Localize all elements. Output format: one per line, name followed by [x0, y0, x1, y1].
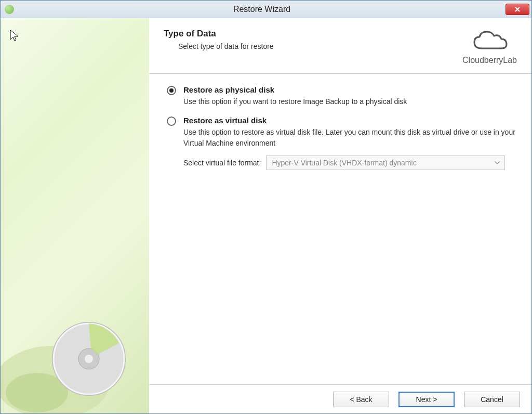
wizard-header: Type of Data Select type of data for res…	[149, 18, 531, 74]
svg-point-5	[85, 355, 93, 363]
format-select-value: Hyper-V Virtual Disk (VHDX-format) dynam…	[272, 159, 416, 167]
back-button[interactable]: < Back	[333, 392, 389, 407]
radio-virtual-disk[interactable]	[167, 117, 176, 126]
wizard-main: Type of Data Select type of data for res…	[149, 18, 531, 413]
format-row: Select virtual file format: Hyper-V Virt…	[183, 156, 516, 170]
app-icon	[5, 5, 14, 14]
page-subtitle: Select type of data for restore	[178, 42, 452, 50]
option-physical-disk[interactable]: Restore as physical disk Use this option…	[167, 85, 516, 107]
option-title-physical: Restore as physical disk	[183, 85, 516, 94]
next-button[interactable]: Next >	[398, 392, 455, 407]
radio-physical-disk[interactable]	[167, 86, 176, 95]
header-text: Type of Data Select type of data for res…	[164, 29, 452, 50]
wizard-footer: < Back Next > Cancel	[149, 384, 531, 413]
option-virtual-disk[interactable]: Restore as virtual disk Use this option …	[167, 116, 516, 170]
brand-label: CloudberryLab	[462, 56, 517, 65]
titlebar: Restore Wizard	[1, 1, 531, 18]
wizard-sidebar	[1, 18, 149, 413]
option-desc-physical: Use this option if you want to restore I…	[183, 96, 516, 107]
option-desc-virtual: Use this option to restore as virtual di…	[183, 127, 516, 148]
close-icon	[514, 6, 521, 12]
window-title: Restore Wizard	[18, 5, 506, 14]
wizard-content: Restore as physical disk Use this option…	[149, 74, 531, 384]
chevron-down-icon	[494, 161, 500, 165]
window-body: Type of Data Select type of data for res…	[1, 18, 531, 413]
format-label: Select virtual file format:	[183, 159, 261, 167]
cancel-button[interactable]: Cancel	[464, 392, 520, 407]
option-body-virtual: Restore as virtual disk Use this option …	[183, 116, 516, 170]
format-select[interactable]: Hyper-V Virtual Disk (VHDX-format) dynam…	[266, 156, 505, 170]
option-body-physical: Restore as physical disk Use this option…	[183, 85, 516, 107]
wizard-window: Restore Wizard Type of Data	[0, 0, 532, 414]
sidebar-decoration	[1, 257, 149, 413]
cloud-icon	[471, 29, 509, 55]
page-title: Type of Data	[164, 29, 452, 39]
option-title-virtual: Restore as virtual disk	[183, 116, 516, 125]
brand: CloudberryLab	[462, 29, 517, 65]
close-button[interactable]	[506, 4, 529, 15]
